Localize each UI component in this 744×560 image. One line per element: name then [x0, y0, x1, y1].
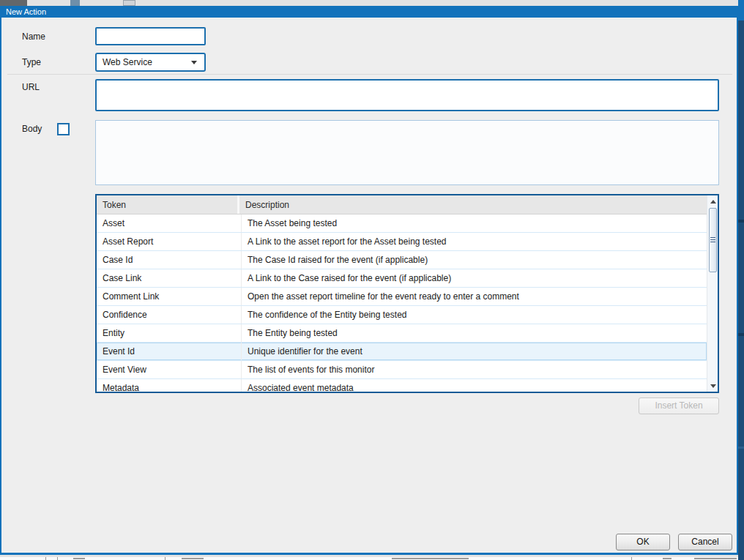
background-window-fragment: [57, 557, 58, 560]
description-cell: Open the asset report timeline for the e…: [242, 288, 707, 305]
token-cell: Case Id: [97, 251, 242, 269]
cancel-button[interactable]: Cancel: [678, 534, 732, 550]
background-window-right-band: [738, 0, 744, 560]
background-window-fragment: [738, 447, 744, 449]
background-window-fragment: [392, 558, 469, 559]
background-window-fragment: [123, 0, 135, 6]
scroll-up-icon: [710, 200, 716, 204]
description-cell: A Link to the Case raised for the event …: [242, 269, 707, 287]
background-window-fragment: [73, 558, 85, 559]
description-cell: The list of events for this monitor: [242, 361, 707, 378]
table-row[interactable]: MetadataAssociated event metadata: [97, 379, 707, 392]
dialog-titlebar[interactable]: New Action: [0, 6, 738, 18]
scroll-down-button[interactable]: [707, 380, 718, 392]
background-window-fragment: [45, 557, 46, 560]
table-row[interactable]: AssetThe Asset being tested: [97, 214, 707, 233]
background-window-fragment: [165, 557, 165, 560]
table-row[interactable]: Comment LinkOpen the asset report timeli…: [97, 288, 707, 306]
body-checkbox[interactable]: [57, 123, 70, 135]
description-cell: The Case Id raised for the event (if app…: [242, 251, 707, 269]
description-cell: The Entity being tested: [242, 324, 707, 342]
scrollbar-thumb[interactable]: [709, 208, 717, 272]
table-row[interactable]: Event IdUnique identifier for the event: [97, 343, 707, 361]
description-cell: Associated event metadata: [242, 379, 707, 392]
token-table-header: Token Description: [97, 195, 707, 214]
token-cell: Event View: [97, 361, 242, 378]
name-input[interactable]: [95, 27, 206, 45]
token-table-body: AssetThe Asset being testedAsset ReportA…: [97, 214, 707, 392]
background-window-fragment: [70, 0, 80, 6]
token-cell: Confidence: [97, 306, 242, 324]
background-window-fragment: [694, 558, 737, 559]
column-header-description[interactable]: Description: [239, 195, 707, 214]
table-row[interactable]: Case IdThe Case Id raised for the event …: [97, 251, 707, 269]
token-cell: Asset: [97, 214, 242, 232]
token-table: Token Description AssetThe Asset being t…: [95, 194, 719, 393]
screen: New Action Name Type Web Service URL Bod…: [0, 0, 744, 560]
type-label: Type: [22, 57, 41, 67]
type-dropdown-value: Web Service: [103, 57, 152, 67]
body-label: Body: [22, 124, 42, 134]
scroll-down-icon: [710, 384, 716, 388]
grip-lines-icon: [710, 237, 715, 243]
scroll-up-button[interactable]: [707, 195, 718, 207]
background-window-fragment: [738, 0, 744, 20]
section-divider: [7, 74, 732, 75]
ok-button[interactable]: OK: [616, 534, 670, 550]
background-window-fragment: [738, 333, 744, 336]
description-cell: Unique identifier for the event: [242, 343, 707, 360]
token-cell: Asset Report: [97, 233, 242, 250]
insert-token-button[interactable]: Insert Token: [639, 397, 719, 414]
table-row[interactable]: Asset ReportA Link to the asset report f…: [97, 233, 707, 251]
background-window-bottom-strip: [0, 557, 738, 560]
background-window-fragment: [0, 0, 27, 6]
table-row[interactable]: ConfidenceThe confidence of the Entity b…: [97, 306, 707, 324]
name-label: Name: [22, 31, 45, 42]
token-cell: Event Id: [97, 343, 242, 360]
token-cell: Entity: [97, 324, 242, 342]
url-input[interactable]: [95, 79, 719, 111]
table-row[interactable]: Event ViewThe list of events for this mo…: [97, 361, 707, 379]
background-window-fragment: [631, 557, 632, 560]
dialog-title: New Action: [6, 7, 46, 16]
url-label: URL: [22, 82, 40, 92]
body-textarea[interactable]: [95, 120, 719, 185]
table-row[interactable]: Case LinkA Link to the Case raised for t…: [97, 269, 707, 288]
table-scrollbar[interactable]: [707, 195, 718, 392]
description-cell: The Asset being tested: [242, 214, 707, 232]
token-cell: Case Link: [97, 269, 242, 287]
token-cell: Metadata: [97, 379, 242, 392]
chevron-down-icon: [191, 61, 197, 64]
token-cell: Comment Link: [97, 288, 242, 305]
table-row[interactable]: EntityThe Entity being tested: [97, 324, 707, 343]
type-dropdown[interactable]: Web Service: [95, 53, 206, 72]
description-cell: The confidence of the Entity being teste…: [242, 306, 707, 324]
column-header-token[interactable]: Token: [97, 195, 239, 214]
background-window-fragment: [182, 558, 204, 559]
background-window-fragment: [663, 558, 672, 559]
background-window-top-strip: [0, 0, 744, 6]
background-window-fragment: [738, 220, 744, 223]
description-cell: A Link to the asset report for the Asset…: [242, 233, 707, 250]
